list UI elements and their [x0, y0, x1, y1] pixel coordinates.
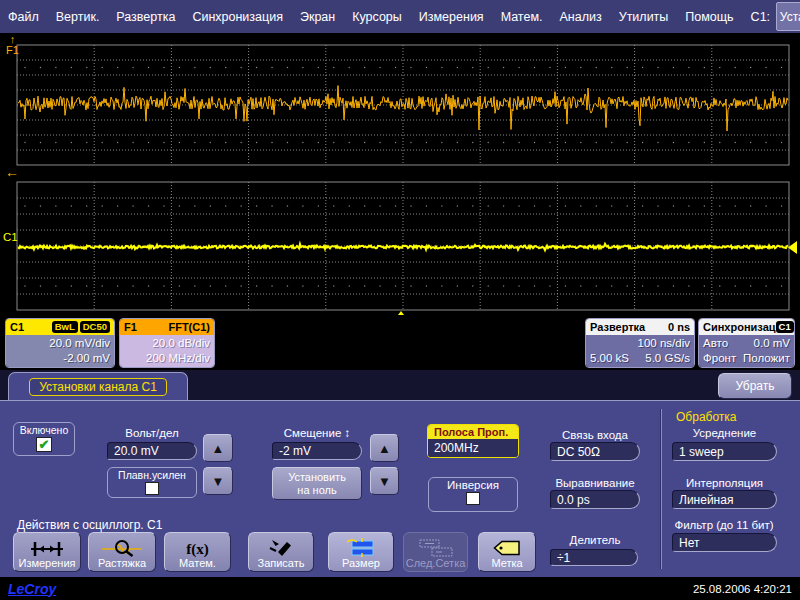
scope-display: ↑ F1 ← C1 — [0, 33, 800, 315]
volt-div-down-button[interactable]: ▼ — [203, 467, 233, 495]
check-icon: ✔ — [39, 438, 50, 451]
menu-item-1[interactable]: Файл — [8, 10, 39, 24]
menu-item-8[interactable]: Матем. — [501, 10, 543, 24]
offset-label: Смещение ↕ — [272, 427, 362, 439]
bandwidth-field[interactable]: 200MHz — [428, 439, 518, 457]
fx-icon: f(x) — [186, 541, 209, 557]
enabled-label: Включено — [20, 424, 68, 436]
variable-gain-group[interactable]: Плавн.усилен — [107, 467, 197, 498]
c1-descriptor-title: C1 — [10, 321, 24, 333]
processing-heading: Обработка — [676, 410, 737, 424]
c1-bwl-badge: BwL — [52, 321, 78, 333]
offset-down-button[interactable]: ▼ — [370, 467, 399, 495]
enabled-checkbox[interactable]: ✔ — [36, 437, 52, 452]
trigger-slope: Положит — [743, 351, 790, 366]
tab-channel-settings[interactable]: Установки канала C1 — [8, 372, 188, 400]
zoom-trace-button[interactable]: Растяжка — [88, 532, 156, 572]
close-dialog-button[interactable]: Убрать — [718, 373, 792, 399]
interpolation-label: Интерполяция — [672, 477, 777, 489]
dialog-tab-row: Установки канала C1 Убрать — [0, 370, 800, 400]
c1-signal-trace[interactable] — [18, 244, 788, 250]
down-arrow-icon: ▼ — [212, 474, 225, 489]
volt-div-field[interactable]: 20.0 mV — [107, 442, 197, 460]
c1-offset-value: -2.00 mV — [10, 351, 110, 366]
label-button-label: Метка — [491, 557, 522, 569]
trigger-type: Фронт — [703, 351, 736, 366]
menu-item-6[interactable]: Курсоры — [352, 10, 402, 24]
volt-div-label: Вольт/дел — [107, 427, 197, 439]
settings-button[interactable]: Установки — [776, 2, 800, 31]
c1-descriptor-box[interactable]: C1 BwL DC50 20.0 mV/div -2.00 mV — [5, 318, 115, 368]
f1-function-label: FFT(C1) — [168, 321, 210, 333]
store-button-label: Записать — [257, 557, 304, 569]
bandwidth-label: Полоса Проп. — [428, 425, 518, 439]
channel-settings-dialog: Включено ✔ Вольт/дел 20.0 mV ▲ ▼ Плавн.у… — [0, 400, 800, 577]
trigger-mode: Авто — [703, 336, 728, 351]
math-button[interactable]: f(x) Матем. — [164, 532, 231, 572]
volt-div-up-button[interactable]: ▲ — [203, 434, 233, 462]
bandwidth-control[interactable]: Полоса Проп. 200MHz — [427, 424, 519, 458]
menu-item-10[interactable]: Утилиты — [619, 10, 669, 24]
trigger-source-badge: C1 — [776, 321, 794, 333]
trigger-title: Синхронизац — [703, 321, 776, 333]
trigger-level: 0.0 mV — [754, 336, 790, 351]
next-grid-icon — [419, 539, 453, 557]
trigger-header: Синхронизац C1 — [699, 319, 794, 335]
size-icon — [345, 538, 377, 557]
status-bar: LeCroy 25.08.2006 4:20:21 — [0, 577, 800, 600]
divider-field[interactable]: ÷1 — [550, 549, 638, 566]
trigger-body: Авто 0.0 mV Фронт Положит — [699, 335, 794, 367]
up-arrow-icon: ▲ — [378, 441, 391, 456]
trigger-descriptor-box[interactable]: Синхронизац C1 Авто 0.0 mV Фронт Положит — [698, 318, 795, 368]
f1-trace-indicator[interactable]: ↑ F1 — [6, 34, 19, 56]
offset-up-button[interactable]: ▲ — [370, 434, 399, 462]
scope-grid-and-traces — [0, 33, 800, 315]
timebase-samples: 5.00 kS — [590, 351, 629, 366]
timebase-body: 100 ns/div 5.00 kS 5.0 GS/s — [586, 335, 694, 367]
menu-item-7[interactable]: Измерения — [419, 10, 484, 24]
f1-descriptor-box[interactable]: F1 FFT(C1) 20.0 dB/div 200 MHz/div — [119, 318, 215, 368]
menu-item-5[interactable]: Экран — [300, 10, 335, 24]
store-button[interactable]: Записать — [248, 532, 314, 572]
zoom-trace-button-label: Растяжка — [98, 557, 146, 569]
offset-field[interactable]: -2 mV — [272, 442, 362, 460]
f1-trace-label: F1 — [6, 44, 19, 56]
coupling-select[interactable]: DC 50Ω — [550, 442, 640, 461]
menu-item-11[interactable]: Помощь — [685, 10, 733, 24]
deskew-field[interactable]: 0.0 ps — [550, 490, 640, 509]
averaging-field[interactable]: 1 sweep — [672, 442, 777, 461]
f1-descriptor-header: F1 FFT(C1) — [120, 319, 214, 335]
variable-gain-label: Плавн.усилен — [118, 469, 186, 481]
timebase-per-div: 100 ns/div — [590, 336, 690, 351]
section-divider — [660, 409, 662, 569]
c1-dc50-badge: DC50 — [80, 321, 110, 333]
interpolation-select[interactable]: Линейная — [672, 490, 777, 509]
timebase-rate: 5.0 GS/s — [645, 351, 690, 366]
measure-button[interactable]: Измерения — [13, 532, 81, 572]
up-arrow-icon: ▲ — [212, 441, 225, 456]
menu-item-2[interactable]: Вертик. — [56, 10, 100, 24]
trigger-left-arrow-icon[interactable]: ← — [5, 165, 19, 179]
label-button[interactable]: Метка — [478, 532, 536, 572]
zoom-icon — [102, 540, 142, 557]
menu-item-3[interactable]: Развертка — [116, 10, 175, 24]
zero-offset-button[interactable]: Установить на ноль — [272, 467, 362, 500]
variable-gain-checkbox[interactable] — [145, 482, 159, 495]
divider-label: Делитель — [550, 534, 640, 546]
enabled-checkbox-group[interactable]: Включено ✔ — [13, 422, 75, 456]
filter-select[interactable]: Нет — [672, 533, 777, 552]
deskew-label: Выравнивание — [550, 477, 640, 489]
zero-offset-line1: Установить — [288, 471, 346, 484]
f1-descriptor-title: F1 — [124, 321, 137, 333]
descriptor-row: C1 BwL DC50 20.0 mV/div -2.00 mV F1 FFT(… — [0, 315, 800, 370]
menu-item-4[interactable]: Синхронизация — [192, 10, 283, 24]
inversion-checkbox[interactable] — [466, 492, 480, 505]
active-channel-label: C1: — [751, 10, 770, 24]
c1-descriptor-body: 20.0 mV/div -2.00 mV — [6, 335, 114, 367]
timebase-descriptor-box[interactable]: Развертка 0 ns 100 ns/div 5.00 kS 5.0 GS… — [585, 318, 695, 368]
menu-item-9[interactable]: Анализ — [559, 10, 601, 24]
datetime-display: 25.08.2006 4:20:21 — [693, 583, 792, 595]
size-button[interactable]: Размер — [328, 532, 394, 572]
inversion-group[interactable]: Инверсия — [428, 477, 518, 512]
down-arrow-icon: ▼ — [378, 474, 391, 489]
